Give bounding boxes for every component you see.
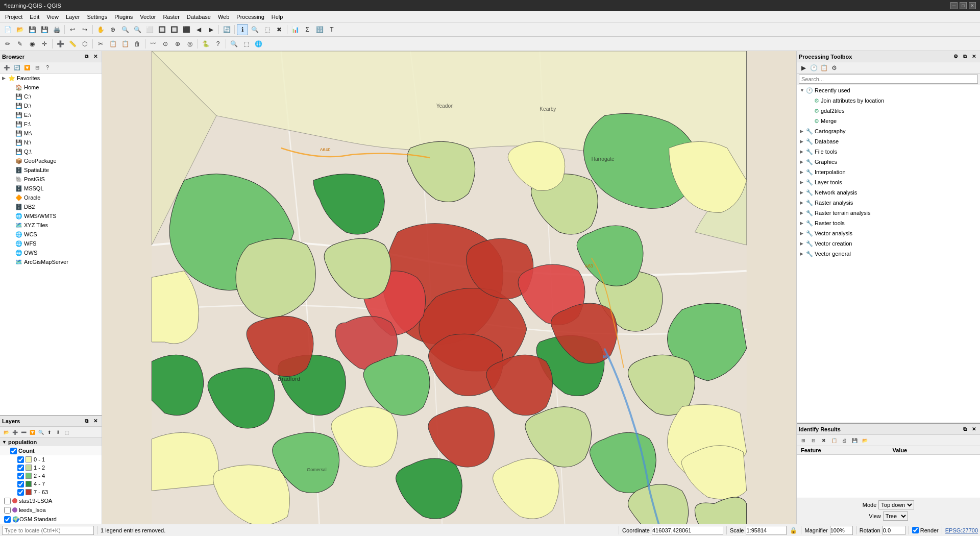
browser-tree-item[interactable]: 💾D:\ [0,101,102,110]
zoom-all-btn[interactable]: ⬛ [181,24,192,35]
browser-tree-item[interactable]: 💾N:\ [0,138,102,147]
browser-tree-item[interactable]: 🌐OWS [0,248,102,257]
attribute-table-btn[interactable]: 📊 [289,24,301,35]
browser-help-btn[interactable]: ? [43,63,52,72]
layer-legend-check[interactable] [17,465,24,471]
proc-tree-item[interactable]: ▶🔧Raster tools [797,218,980,228]
identify2-btn[interactable]: 🔍 [228,38,239,50]
layers-filter-btn[interactable]: 🔽 [28,428,36,436]
cut-btn[interactable]: ✂ [95,38,106,50]
browser-add-btn[interactable]: ➕ [2,63,11,72]
proc-tree-item[interactable]: ▶🔧Vector general [797,249,980,259]
identify-mode-select[interactable]: Top down From top [878,500,914,509]
proc-tree-item[interactable]: ▼🕐Recently used [797,85,980,95]
save-project-btn[interactable]: 💾 [27,24,38,35]
layer-legend-check[interactable] [17,473,24,479]
layer-item[interactable]: 1 - 2 [0,464,102,472]
close-button[interactable]: ✕ [969,2,976,9]
scale-lock-btn[interactable]: 🔒 [789,526,798,535]
minimize-button[interactable]: ─ [950,2,958,9]
proc-tree-item[interactable]: ▶🔧Vector creation [797,238,980,249]
proc-results-btn[interactable]: 📋 [819,63,828,72]
layer-item[interactable]: stas19-LSOA [0,496,102,505]
locate-input[interactable] [2,526,94,535]
menu-edit[interactable]: Edit [27,13,42,21]
proc-tree-item[interactable]: ▶🔧Raster analysis [797,198,980,208]
coordinate-input[interactable] [652,526,723,535]
select-location-btn[interactable]: ⬚ [261,24,273,35]
fill-ring-btn[interactable]: ◎ [184,38,195,50]
save-as-btn[interactable]: 💾 [39,24,50,35]
identify-clear-btn[interactable]: ✖ [819,436,828,445]
menu-view[interactable]: View [43,13,62,21]
deselect-btn[interactable]: ✖ [274,24,285,35]
layer-legend-check[interactable] [17,456,24,463]
identify-expand-btn[interactable]: ⊞ [799,436,808,445]
help-btn[interactable]: ? [212,38,224,50]
zoom-layer-btn[interactable]: 🔲 [168,24,180,35]
python-btn[interactable]: 🐍 [200,38,211,50]
proc-options-btn[interactable]: ⚙ [829,63,839,72]
browser-tree-item[interactable]: 🗺️XYZ Tiles [0,221,102,230]
label-btn[interactable]: T [326,24,337,35]
identify-view-select[interactable]: Tree Table [883,511,908,521]
processing-options-btn[interactable]: ⚙ [951,53,960,61]
browser-tree-item[interactable]: 💾E:\ [0,110,102,119]
identify-print-btn[interactable]: 🖨 [840,436,849,445]
browser-tree-item[interactable]: 📦GeoPackage [0,156,102,165]
maximize-button[interactable]: □ [960,2,967,9]
menu-vector[interactable]: Vector [137,13,159,21]
pan-map-btn[interactable]: ✋ [95,24,106,35]
layer-item[interactable]: 0 - 1 [0,455,102,464]
refresh-btn[interactable]: 🔄 [221,24,232,35]
new-project-btn[interactable]: 📄 [2,24,13,35]
layers-add-btn[interactable]: ➕ [11,428,19,436]
layer-check[interactable] [4,516,11,523]
menu-database[interactable]: Database [184,13,214,21]
redo-btn[interactable]: ↪ [79,24,90,35]
identify-btn[interactable]: ℹ [237,24,248,35]
zoom-last-btn[interactable]: ◀ [193,24,204,35]
layer-check[interactable] [4,507,11,514]
layer-check[interactable] [10,448,17,454]
browser-tree-item[interactable]: 🐘PostGIS [0,175,102,184]
zoom-selected-btn[interactable]: 🔲 [156,24,167,35]
move-feature-btn[interactable]: ✛ [39,38,50,50]
proc-tree-item[interactable]: ⚙gdal2tiles [797,106,980,116]
print-layout-btn[interactable]: 🖨️ [51,24,62,35]
edit-btn[interactable]: ✎ [14,38,26,50]
proc-tree-item[interactable]: ⚙Merge [797,116,980,126]
browser-tree-item[interactable]: 🗄️SpatiaLite [0,165,102,175]
browser-refresh-btn[interactable]: 🔄 [12,63,21,72]
add-polygon-btn[interactable]: ⬡ [79,38,90,50]
browser-tree-item[interactable]: 🌐WCS [0,230,102,239]
add-feature-btn[interactable]: ➕ [55,38,66,50]
undo-btn[interactable]: ↩ [67,24,78,35]
layer-check[interactable] [4,498,11,504]
menu-processing[interactable]: Processing [233,13,267,21]
map-area[interactable]: Bradford Yeadon Kearby Harrogate Stanley… [102,51,796,536]
add-line-btn[interactable]: 📏 [67,38,78,50]
open-project-btn[interactable]: 📂 [14,24,26,35]
proc-tree-item[interactable]: ⚙Join attributes by location [797,95,980,106]
layers-filter2-btn[interactable]: 🔍 [37,428,45,436]
layer-item[interactable]: 2 - 4 [0,472,102,480]
browser-close-btn[interactable]: ✕ [91,53,100,61]
layers-remove-btn[interactable]: ➖ [19,428,28,436]
browser-tree-item[interactable]: 💾M:\ [0,129,102,138]
simplify-btn[interactable]: 〰 [148,38,159,50]
proc-tree-item[interactable]: ▶🔧Database [797,136,980,147]
identify-float-btn[interactable]: ⧉ [961,425,969,433]
proc-tree-item[interactable]: ▶🔧File tools [797,147,980,157]
processing-search-input[interactable] [799,75,978,84]
browser-tree-item[interactable]: 🗄️DB2 [0,202,102,211]
delete-btn[interactable]: 🗑 [132,38,143,50]
layers-float-btn[interactable]: ⧉ [82,417,90,425]
select-layer-btn[interactable]: ⬚ [240,38,252,50]
layer-item[interactable]: 4 - 7 [0,480,102,488]
layer-item[interactable]: ▼population [0,438,102,446]
proc-tree-item[interactable]: ▶🔧Network analysis [797,187,980,198]
processing-float-btn[interactable]: ⧉ [961,53,969,61]
layer-item[interactable]: 🌍OSM Standard [0,515,102,524]
menu-raster[interactable]: Raster [160,13,182,21]
